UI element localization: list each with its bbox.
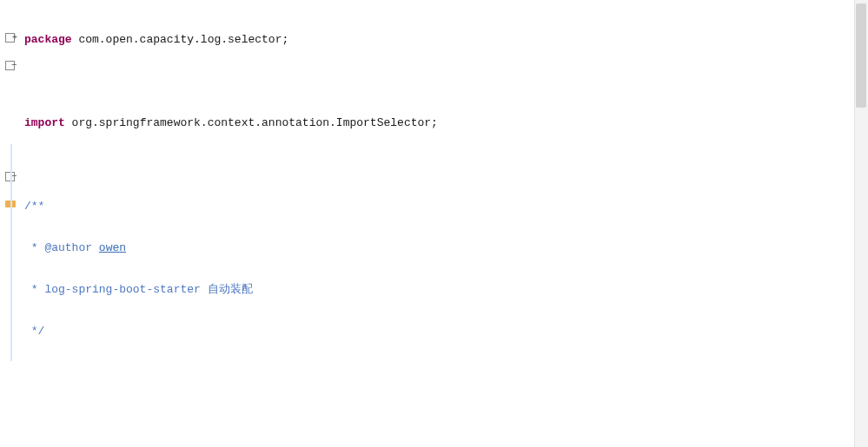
code-line: package com.open.capacity.log.selector;	[24, 33, 868, 47]
import-name: org.springframework.context.annotation.I…	[65, 116, 438, 129]
editor-viewport: package com.open.capacity.log.selector; …	[0, 0, 868, 447]
scrollbar-thumb[interactable]	[856, 3, 866, 108]
vertical-scrollbar[interactable]: ▴	[854, 0, 868, 447]
fold-expand-icon[interactable]	[5, 33, 15, 46]
code-line: */	[24, 325, 868, 339]
code-line: * @author owen	[24, 241, 868, 255]
code-line-blank	[24, 408, 868, 422]
package-name: com.open.capacity.log.selector;	[72, 33, 289, 46]
code-line: * log-spring-boot-starter 自动装配	[24, 283, 868, 297]
code-line-blank	[24, 158, 868, 172]
javadoc-author-link[interactable]: owen	[99, 241, 126, 254]
code-line-blank	[24, 366, 868, 380]
indent-guide	[10, 144, 12, 361]
javadoc-desc: * log-spring-boot-starter 自动装配	[24, 283, 253, 296]
javadoc-start: /**	[24, 200, 44, 213]
code-line-blank	[24, 75, 868, 89]
code-area[interactable]: package com.open.capacity.log.selector; …	[24, 0, 868, 447]
keyword-package: package	[24, 33, 72, 46]
code-line: import org.springframework.context.annot…	[24, 116, 868, 130]
javadoc-end: */	[24, 325, 44, 338]
gutter	[0, 0, 24, 447]
code-line: /**	[24, 200, 868, 214]
keyword-import: import	[24, 116, 65, 129]
fold-collapse-icon[interactable]	[5, 61, 15, 74]
javadoc-author-prefix: * @author	[24, 241, 99, 254]
